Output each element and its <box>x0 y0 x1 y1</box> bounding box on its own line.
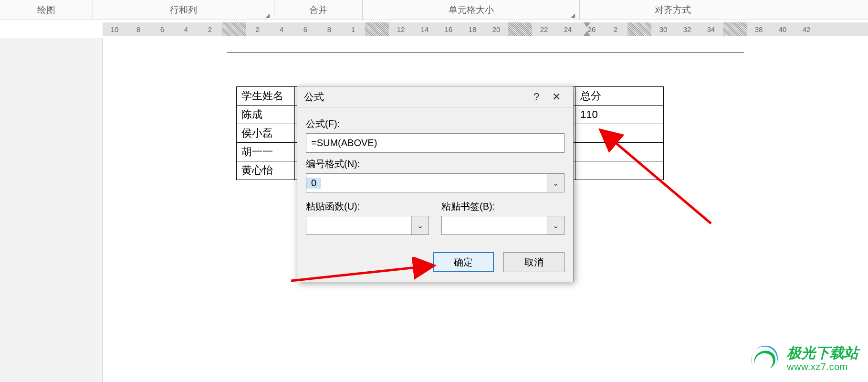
name-cell[interactable]: 胡一一 <box>237 143 295 161</box>
ribbon-group-label: 单元格大小 <box>449 4 494 16</box>
dialog-titlebar[interactable]: 公式 ? ✕ <box>297 86 573 108</box>
total-cell[interactable] <box>575 124 664 143</box>
total-cell[interactable] <box>575 161 664 180</box>
close-button[interactable]: ✕ <box>546 91 566 103</box>
ribbon-group-alignment[interactable]: 对齐方式 <box>580 0 766 20</box>
ribbon-group-label: 行和列 <box>170 4 197 16</box>
indent-marker-top-icon[interactable] <box>584 22 590 29</box>
ok-button-label: 确定 <box>454 256 473 269</box>
ribbon-group-cell-size[interactable]: 单元格大小 ◢ <box>363 0 580 20</box>
dialog-launcher-icon[interactable]: ◢ <box>571 12 576 18</box>
ruler-numbers: 10 8 6 4 2 2 4 6 8 1 12 14 16 18 20 22 2… <box>103 22 818 36</box>
column-marker-icon[interactable] <box>627 22 651 36</box>
watermark-logo-icon <box>748 344 781 373</box>
total-cell[interactable]: 110 <box>575 106 664 124</box>
name-cell[interactable]: 侯小磊 <box>237 124 295 143</box>
left-gutter <box>0 38 103 382</box>
paste-bookmark-label: 粘贴书签(B): <box>441 200 565 213</box>
dialog-title: 公式 <box>304 90 324 104</box>
number-format-select[interactable]: 0 ⌄ <box>306 173 565 192</box>
ribbon-group-drawing[interactable]: 绘图 <box>0 0 93 20</box>
formula-label: 公式(F): <box>306 117 565 130</box>
chevron-down-icon[interactable]: ⌄ <box>411 216 429 234</box>
dialog-launcher-icon[interactable]: ◢ <box>265 12 271 18</box>
column-marker-icon[interactable] <box>222 22 246 36</box>
name-cell[interactable]: 陈成 <box>237 106 295 124</box>
formula-dialog: 公式 ? ✕ 公式(F): 编号格式(N): 0 ⌄ 粘贴函数(U): ⌄ 粘贴… <box>297 86 574 282</box>
total-cell[interactable] <box>575 143 664 161</box>
column-marker-icon[interactable] <box>365 22 389 36</box>
cancel-button[interactable]: 取消 <box>503 252 565 272</box>
header-total-cell[interactable]: 总分 <box>575 87 664 106</box>
name-cell[interactable]: 黄心怡 <box>237 161 295 180</box>
page-top-line <box>227 53 744 53</box>
ok-button[interactable]: 确定 <box>433 252 494 272</box>
help-button[interactable]: ? <box>526 91 546 103</box>
ribbon-group-label: 绘图 <box>37 4 55 16</box>
number-format-value: 0 <box>306 178 321 189</box>
ribbon-group-merge[interactable]: 合并 <box>274 0 363 20</box>
ribbon-group-label: 合并 <box>309 4 327 16</box>
watermark-title: 极光下载站 <box>787 345 858 361</box>
formula-input[interactable] <box>306 133 565 153</box>
horizontal-ruler[interactable]: 10 8 6 4 2 2 4 6 8 1 12 14 16 18 20 22 2… <box>0 20 868 38</box>
column-marker-icon[interactable] <box>508 22 532 36</box>
paste-function-label: 粘贴函数(U): <box>306 200 429 213</box>
column-marker-icon[interactable] <box>723 22 747 36</box>
ribbon-groups-row: 绘图 行和列 ◢ 合并 单元格大小 ◢ 对齐方式 <box>0 0 868 20</box>
chevron-down-icon[interactable]: ⌄ <box>547 174 564 192</box>
watermark: 极光下载站 www.xz7.com <box>748 344 858 373</box>
number-format-label: 编号格式(N): <box>306 158 565 170</box>
indent-marker-bottom-icon[interactable] <box>584 29 590 36</box>
cancel-button-label: 取消 <box>524 256 544 269</box>
paste-bookmark-select[interactable]: ⌄ <box>441 216 565 235</box>
paste-function-select[interactable]: ⌄ <box>306 216 429 235</box>
close-icon: ✕ <box>552 91 561 103</box>
watermark-url: www.xz7.com <box>787 361 858 372</box>
ribbon-group-label: 对齐方式 <box>655 4 691 16</box>
header-name-cell[interactable]: 学生姓名 <box>237 87 295 106</box>
chevron-down-icon[interactable]: ⌄ <box>547 216 564 234</box>
ribbon-group-rows-cols[interactable]: 行和列 ◢ <box>93 0 274 20</box>
